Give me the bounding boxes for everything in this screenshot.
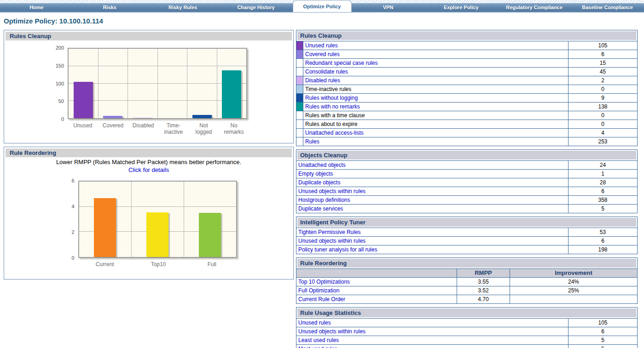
table-row: Unused rules105	[296, 41, 637, 50]
nav-tab-change-history[interactable]: Change History	[220, 3, 293, 12]
chart-category-cell	[132, 182, 184, 257]
chart-category-cell	[217, 49, 247, 118]
bar-current	[94, 198, 116, 257]
x-axis-label: Noremarks	[219, 122, 249, 135]
rmpp-explanation-text: Lower RMPP (Rules Matched Per Packet) me…	[4, 159, 293, 165]
x-axis-labels: UnusedCoveredDisabledTime-inactiveNotlog…	[68, 122, 249, 135]
table-row: Unused objects within rules6	[296, 327, 637, 336]
row-value: 6	[568, 50, 637, 58]
nav-tab-optimize-policy[interactable]: Optimize Policy	[293, 0, 352, 12]
column-header-blank	[296, 269, 457, 277]
legend-swatch	[296, 68, 303, 76]
legend-swatch	[296, 85, 303, 93]
row-link-least-used-rules[interactable]: Least used rules	[296, 336, 568, 344]
y-axis-tick-label: 0	[61, 116, 64, 122]
row-value: 0	[568, 111, 637, 120]
table-row: Tighten Permissive Rules53	[296, 228, 637, 236]
x-axis-label: Disabled	[128, 122, 158, 135]
row-value: 138	[568, 103, 637, 111]
row-link-empty-objects[interactable]: Empty objects	[296, 170, 568, 178]
row-link-unused-objects-within-rules[interactable]: Unused objects within rules	[296, 327, 568, 336]
row-value: 53	[568, 228, 637, 236]
row-value: 5	[568, 336, 637, 344]
table-row: Most used rules5	[296, 344, 637, 348]
tables-column: Rules CleanupUnused rules105Covered rule…	[296, 30, 638, 348]
x-axis-label: Notlogged	[189, 122, 219, 135]
row-link-rules-without-logging[interactable]: Rules without logging	[303, 94, 568, 102]
bar-unused	[74, 82, 93, 118]
y-axis-tick-label: 150	[56, 63, 64, 68]
table-row: Consolidate rules45	[296, 67, 637, 76]
x-axis-label: Full	[185, 261, 238, 268]
row-link-unused-objects-within-rules[interactable]: Unused objects within rules	[296, 237, 568, 245]
nav-tab-baseline-compliance[interactable]: Baseline Compliance	[571, 3, 644, 12]
row-link-duplicate-services[interactable]: Duplicate services	[296, 205, 568, 213]
row-link-disabled-rules[interactable]: Disabled rules	[303, 76, 568, 85]
table-row: Rules without logging9	[296, 93, 637, 102]
row-link-full-optimization[interactable]: Full Optimization	[296, 286, 457, 295]
row-link-unused-rules[interactable]: Unused rules	[303, 41, 568, 50]
row-link-rules-with-no-remarks[interactable]: Rules with no remarks	[303, 103, 568, 111]
row-label-time-inactive-rules: Time-inactive rules	[303, 85, 568, 93]
y-axis: 050100150200	[48, 48, 68, 119]
rules-cleanup-panel-title: Rules Cleanup	[6, 32, 292, 40]
row-link-top-10-optimizations[interactable]: Top 10 Optimizations	[296, 278, 457, 286]
row-value: 198	[568, 245, 637, 254]
table-row: Unattached access-lists4	[296, 128, 637, 137]
y-axis-tick-label: 4	[71, 204, 74, 209]
table-row: Duplicate objects28	[296, 178, 637, 187]
row-link-unused-objects-within-rules[interactable]: Unused objects within rules	[296, 187, 568, 195]
row-link-redundant-special-case-rules[interactable]: Redundant special case rules	[303, 59, 568, 67]
y-axis-tick-label: 100	[56, 81, 64, 86]
nav-tab-regulatory-compliance[interactable]: Regulatory Compliance	[498, 3, 571, 12]
column-header-improvement: Improvement	[510, 269, 637, 277]
row-link-tighten-permissive-rules[interactable]: Tighten Permissive Rules	[296, 228, 568, 236]
nav-tab-risks[interactable]: Risks	[73, 3, 146, 12]
row-link-current-rule-order[interactable]: Current Rule Order	[296, 295, 457, 303]
rule-reordering-chart: 0246CurrentTop10Full	[59, 181, 239, 268]
row-link-policy-tuner-analysis-for-all-rules[interactable]: Policy tuner analysis for all rules	[296, 245, 568, 254]
row-link-unattached-objects[interactable]: Unattached objects	[296, 161, 568, 169]
table-title: Intelligent Policy Tuner	[297, 218, 636, 227]
row-link-most-used-rules[interactable]: Most used rules	[296, 345, 568, 348]
row-link-rules[interactable]: Rules	[303, 137, 568, 146]
chart-category-cell	[128, 49, 158, 118]
page-title: Optimize Policy: 10.100.10.114	[4, 17, 644, 25]
y-axis: 0246	[59, 181, 78, 258]
table-objects-cleanup: Objects CleanupUnattached objects24Empty…	[296, 149, 638, 213]
chart-category-cell	[69, 49, 99, 118]
table-row: Time-inactive rules0	[296, 85, 637, 93]
x-axis-label: Time-inactive	[158, 122, 189, 135]
row-link-unattached-access-lists[interactable]: Unattached access-lists	[303, 129, 568, 137]
legend-swatch	[296, 137, 303, 146]
row-value: 45	[568, 68, 637, 76]
row-link-consolidate-rules[interactable]: Consolidate rules	[303, 68, 568, 76]
row-link-duplicate-objects[interactable]: Duplicate objects	[296, 178, 568, 187]
nav-tab-home[interactable]: Home	[0, 3, 73, 12]
bar-no-remarks	[222, 70, 241, 118]
table-rule-reordering: Rule ReorderingRMPPImprovementTop 10 Opt…	[296, 257, 638, 304]
rule-reordering-bar-chart: 0246CurrentTop10Full	[4, 181, 293, 268]
row-value: 9	[568, 94, 637, 102]
row-value: 0	[568, 120, 637, 128]
click-for-details-link[interactable]: Click for details	[4, 166, 293, 173]
row-link-unused-rules[interactable]: Unused rules	[296, 319, 568, 327]
table-title: Rule Reordering	[297, 259, 636, 268]
row-link-hostgroup-definitions[interactable]: Hostgroup definitions	[296, 196, 568, 204]
table-title: Rule Usage Statistics	[297, 308, 636, 317]
row-label-rules-about-to-expire: Rules about to expire	[303, 120, 568, 128]
nav-tab-explore-policy[interactable]: Explore Policy	[424, 3, 498, 12]
nav-tab-risky-rules[interactable]: Risky Rules	[146, 3, 220, 12]
row-value: 358	[568, 196, 637, 204]
y-axis-tick-label: 2	[71, 229, 74, 235]
nav-tab-vpn[interactable]: VPN	[352, 3, 425, 12]
row-value: 3.55	[457, 278, 510, 286]
table-row: Unused objects within rules6	[296, 187, 637, 195]
row-value: 4.70	[457, 295, 510, 303]
table-rules-cleanup: Rules CleanupUnused rules105Covered rule…	[296, 30, 638, 146]
x-axis-label: Unused	[68, 122, 98, 135]
row-value: 105	[568, 319, 637, 327]
row-link-covered-rules[interactable]: Covered rules	[303, 50, 568, 58]
table-row: Duplicate services5	[296, 204, 637, 213]
bar-full	[199, 213, 221, 257]
